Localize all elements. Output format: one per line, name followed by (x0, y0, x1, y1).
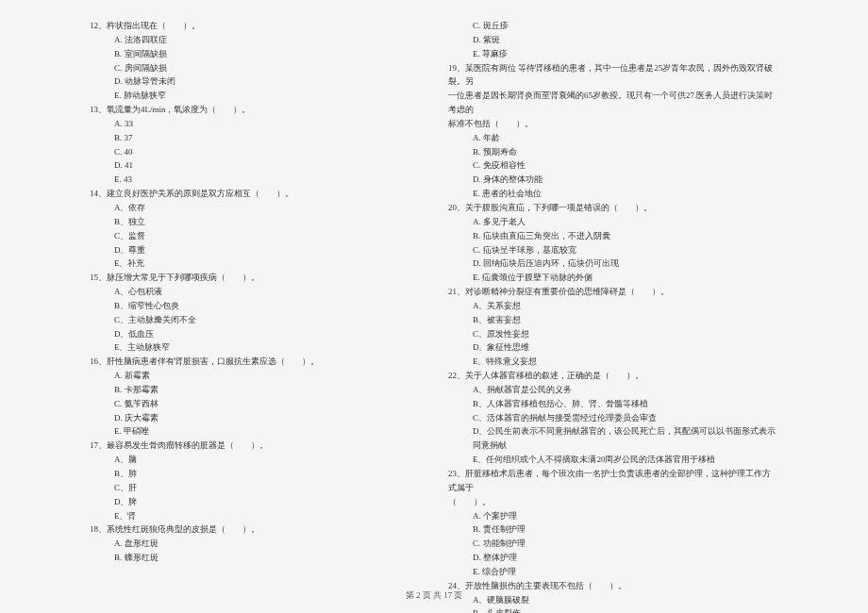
option-text: C. 疝块呈半球形，基底较宽 (448, 243, 778, 257)
continuation-text: 一位患者是因长期肾炎而至肾衰竭的65岁教授。现只有一个可供27.医务人员进行决策… (448, 89, 778, 117)
option-text: E. 肺动脉狭窄 (90, 89, 420, 103)
option-text: B. 37 (90, 131, 420, 145)
option-text: E. 甲硝唑 (90, 424, 420, 439)
option-text: D. 庆大霉素 (90, 411, 420, 425)
option-text: A. 年龄 (448, 131, 778, 145)
option-text: E. 综合护理 (448, 565, 778, 579)
question-text: 20、关于腹股沟直疝，下列哪一项是错误的（ ）。 (448, 201, 778, 215)
option-text: C. 氨苄西林 (90, 397, 420, 411)
option-text: D. 身体的整体功能 (448, 173, 778, 187)
option-text: D、公民生前表示不同意捐献器官的，该公民死亡后，其配偶可以以书面形式表示同意捐献 (448, 424, 778, 453)
continuation-text: 标准不包括（ ）。 (448, 117, 778, 131)
page-footer: 第 2 页 共 17 页 (0, 589, 868, 602)
option-text: C、活体器官的捐献与接受需经过伦理委员会审查 (448, 411, 778, 425)
option-text: C. 斑丘疹 (448, 19, 778, 33)
question-text: 22、关于人体器官移植的叙述，正确的是（ ）。 (448, 369, 778, 383)
option-text: A. 个案护理 (448, 509, 778, 523)
option-text: E、任何组织或个人不得摘取未满20周岁公民的活体器官用于移植 (448, 453, 778, 467)
option-text: E、主动脉狭窄 (90, 340, 420, 355)
option-text: C、原发性妄想 (448, 327, 778, 341)
option-text: D. 整体护理 (448, 551, 778, 565)
option-text: A. 新霉素 (90, 369, 420, 383)
document-page: 12、杵状指出现在（ ）。A. 法洛四联症B. 室间隔缺损C. 房间隔缺损D. … (0, 19, 868, 613)
left-column: 12、杵状指出现在（ ）。A. 法洛四联症B. 室间隔缺损C. 房间隔缺损D. … (90, 19, 420, 613)
option-text: A. 33 (90, 117, 420, 131)
option-text: D、象征性思维 (448, 340, 778, 355)
question-text: 14、建立良好医护关系的原则是双方应相互（ ）。 (90, 187, 420, 201)
option-text: D. 紫斑 (448, 33, 778, 47)
option-text: A、依存 (90, 201, 420, 215)
option-text: C. 40 (90, 145, 420, 159)
option-text: B、被害妄想 (448, 313, 778, 327)
question-text: 19、某医院有两位 等待肾移植的患者，其中一位患者是25岁青年农民，因外伤致双肾… (448, 61, 778, 90)
option-text: D、尊重 (90, 243, 420, 257)
question-text: 15、脉压增大常见于下列哪项疾病（ ）。 (90, 271, 420, 285)
option-text: E、特殊意义妄想 (448, 355, 778, 369)
option-text: C. 房间隔缺损 (90, 61, 420, 75)
option-text: E. 43 (90, 173, 420, 187)
option-text: E、补充 (90, 257, 420, 271)
question-text: 21、对诊断精神分裂症有重要价值的思维障碍是（ ）。 (448, 285, 778, 299)
option-text: C、监督 (90, 229, 420, 243)
option-text: B. 室间隔缺损 (90, 47, 420, 61)
option-text: A、脑 (90, 453, 420, 467)
option-text: A. 法洛四联症 (90, 33, 420, 47)
option-text: C、肝 (90, 481, 420, 495)
option-text: E. 患者的社会地位 (448, 187, 778, 201)
option-text: D. 动脉导管未闭 (90, 75, 420, 89)
option-text: D. 41 (90, 158, 420, 173)
option-text: B、头皮裂伤 (448, 606, 778, 613)
option-text: B、独立 (90, 215, 420, 229)
option-text: B. 责任制护理 (448, 522, 778, 537)
option-text: B、人体器官移植包括心、肺、肾、骨髓等移植 (448, 397, 778, 411)
option-text: D. 回纳疝块后压迫内环，疝块仍可出现 (448, 257, 778, 271)
option-text: D、低血压 (90, 327, 420, 341)
right-column: C. 斑丘疹D. 紫斑E. 荨麻疹19、某医院有两位 等待肾移植的患者，其中一位… (448, 19, 778, 613)
question-text: 18、系统性红斑狼疮典型的皮损是（ ）。 (90, 522, 420, 537)
option-text: C. 免疫相容性 (448, 158, 778, 173)
option-text: B. 疝块由直疝三角突出，不进入阴囊 (448, 229, 778, 243)
option-text: E. 荨麻疹 (448, 47, 778, 61)
question-text: 16、肝性脑病患者伴有肾脏损害，口服抗生素应选（ ）。 (90, 355, 420, 369)
option-text: A、心包积液 (90, 285, 420, 299)
option-text: E. 疝囊颈位于腹壁下动脉的外侧 (448, 271, 778, 285)
continuation-text: （ ）。 (448, 495, 778, 509)
question-text: 13、氧流量为4L/min，氧浓度为（ ）。 (90, 103, 420, 117)
option-text: A、关系妄想 (448, 299, 778, 313)
question-text: 17、最容易发生骨肉瘤转移的脏器是（ ）。 (90, 439, 420, 453)
option-text: A、捐献器官是公民的义务 (448, 383, 778, 397)
option-text: B、缩窄性心包炎 (90, 299, 420, 313)
question-text: 12、杵状指出现在（ ）。 (90, 19, 420, 33)
option-text: B、肺 (90, 467, 420, 481)
option-text: E、肾 (90, 509, 420, 523)
option-text: B. 蝶形红斑 (90, 551, 420, 565)
option-text: A. 盘形红斑 (90, 537, 420, 551)
option-text: B. 卡那霉素 (90, 383, 420, 397)
question-text: 23、肝脏移植术后患者，每个班次由一名护士负责该患者的全部护理，这种护理工作方式… (448, 467, 778, 495)
option-text: C. 功能制护理 (448, 537, 778, 551)
option-text: A. 多见于老人 (448, 215, 778, 229)
option-text: D、脾 (90, 495, 420, 509)
option-text: C、主动脉瓣关闭不全 (90, 313, 420, 327)
option-text: B. 预期寿命 (448, 145, 778, 159)
